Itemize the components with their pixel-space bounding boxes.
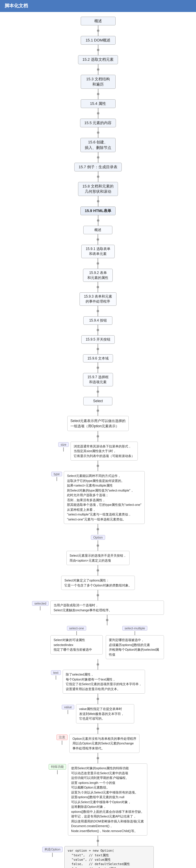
connector [55,676,56,680]
note-label: 注意 [56,735,68,740]
dot [97,310,99,312]
connector [98,32,99,36]
dot [97,200,99,203]
dot [106,619,108,621]
value-label-col: value [62,704,74,714]
connector [97,405,98,409]
size-label: size [58,442,69,447]
section-15-5: 15.5 元素的内容 [80,119,116,127]
dot [97,93,99,95]
dot [97,329,99,331]
section-15-9-1: 15.9.1 选取表单 和表单元素 [81,245,115,258]
note-content: Option元素并没有与表单相关的事件处理程序用以合Option元素的Selec… [69,734,140,753]
connector [134,631,135,635]
connector [98,134,99,138]
section-15-9-7: 15.9.7 选择框 和选项元素 [83,373,113,386]
dot [97,286,99,288]
connector [98,71,99,75]
dot [97,727,99,730]
connector [97,659,98,663]
connector [97,437,98,442]
text-label-col: text [51,670,61,680]
tree-container: 概述 15.1 DOM概述 15.2 选取文档元素 15.3 文档结构 和遍历 … [0,14,196,868]
option-intro-2: Select对象定义了options属性：它是一个包含了多个Option对象的类… [61,576,134,590]
connector [97,344,98,348]
select-one-content: Select对象的可读属性selectedIndex指定了哪个选项当前被选中 [50,635,103,654]
dot [97,131,99,134]
connector [98,95,99,99]
connector [98,159,99,163]
dot [97,176,99,178]
select-multiple-label: select-multiple [122,626,147,630]
selected-content: 当用户选取或取消一个选项时，Select元素触发onchange事件处理程序。 [50,600,164,615]
section-15-9: 15.9 HTML表单 [80,207,116,215]
connector [68,710,68,714]
connector [97,412,98,416]
dot [97,348,99,350]
connector [97,694,98,698]
section-15-9-container: 概述 15.9.1 选取表单 和表单元素 15.9.2 表单 和元素的属性 15… [32,226,164,868]
connector [98,203,99,207]
dot [97,391,99,393]
connector [97,363,98,367]
connector [97,590,98,594]
connector [63,447,64,452]
header: 脚本化文档 [0,0,196,12]
select-one-col: select-one Select对象的可读属性selectedIndex指定了… [50,625,103,654]
connector [97,312,98,316]
text-content: 除了selected属性，每个Option对象都有一个text属性，它指定了在S… [63,670,145,694]
connector [98,222,99,226]
connector [97,386,98,391]
connector [97,265,98,269]
connector [97,530,98,534]
dot [97,112,99,115]
connector [62,741,62,745]
dot [97,219,99,222]
connector [98,172,99,176]
select-types-row: select-one Select对象的可读属性selectedIndex指定了… [50,625,164,659]
connector [97,467,98,471]
section-15-2: 15.2 选取文档元素 [78,55,118,64]
option-label: Option [91,535,105,540]
dot [97,238,99,241]
select-intro-content: Select元素表示用户可以做出选择的一组选项（用Option元素表示） [67,416,129,431]
type-row: type Select元素能以两种不同的方式运作，这取决于它的type属性值是如… [51,471,145,524]
connector [97,461,98,465]
connector [98,25,99,30]
subsections-col: 概述 15.9.1 选取表单 和表单元素 15.9.2 表单 和元素的属性 15… [32,226,164,868]
connector [76,631,77,635]
dot [97,49,99,51]
type-label: type [51,472,62,476]
value-label: value [62,705,74,709]
connector [97,571,98,576]
value-content: value属性指定了在提交表单时发送到Web服务器的文本字符，它也是可读写的。 [76,704,134,723]
connector [97,331,98,335]
select-node: Select [83,397,112,405]
connector [98,108,99,112]
section-15-6: 15.6 创建、 插入、删除节点 [80,138,116,152]
connector [97,306,98,310]
size-content: 浏览器通常将其滚动条下拉菜单的形式，当指定其size属性值大于1时，它将显示为列… [71,442,138,461]
section-15-9-2: 15.9.2 表单 和元素的属性 [83,269,113,282]
connector [52,853,53,857]
connector [97,393,98,397]
dot [97,409,99,412]
connector [97,596,98,600]
connector [97,234,98,238]
connector [97,760,98,764]
select-multiple-content: 要判定哪些选项被选中，必须遍历options[]数组的元素并检测每个Option… [106,635,164,659]
section-15-8: 15.8 文档和元素的 几何形状和滚动 [78,182,118,196]
section-15-9-5: 15.9.5 开关按钮 [81,335,115,344]
connector [98,196,99,200]
connector [97,282,98,286]
connector [97,350,98,354]
note-label-col: 注意 [56,734,68,745]
connector [97,524,98,528]
constructor-label: 构造Option [42,847,63,852]
size-row: size 浏览器通常将其滚动条下拉菜单的形式，当指定其size属性值大于1时，它… [58,442,138,461]
connector [97,288,98,292]
section-15-9-6: 15.9.6 文本域 [83,354,113,363]
root-label: 概述 [81,17,116,25]
special-row: 特殊功能 使用Select对象的options属性的特殊功能可以动态改变显示在S… [49,764,147,836]
section-15-7: 15.7 例子：生成目录表 [74,163,122,172]
